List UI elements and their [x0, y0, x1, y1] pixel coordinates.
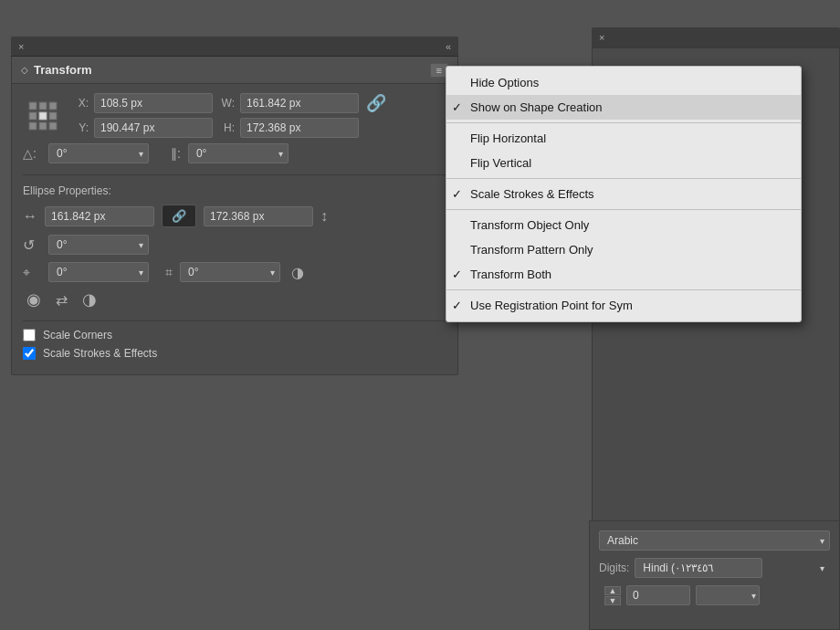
svg-rect-0: [29, 102, 37, 110]
menu-item-scale-strokes-text: Scale Strokes & Effects: [470, 187, 594, 201]
y-input[interactable]: [94, 118, 213, 138]
w-input[interactable]: [240, 93, 359, 113]
number-down-button[interactable]: ▼: [604, 596, 621, 605]
number-format-select[interactable]: [696, 585, 760, 605]
corner-full-icon[interactable]: ◉: [26, 289, 41, 310]
x-label: X:: [72, 97, 89, 110]
ellipse-height-input[interactable]: [204, 206, 313, 226]
number-up-button[interactable]: ▲: [604, 586, 621, 595]
menu-item-flip-horizontal[interactable]: Flip Horizontal: [446, 126, 801, 151]
panel-diamond-icon: ◇: [21, 65, 28, 75]
panel-title: Transform: [34, 63, 92, 77]
svg-rect-6: [29, 122, 37, 130]
h-input[interactable]: [240, 118, 359, 138]
language-panel: Arabic ▾ Digits: Hindi (٠١٢٣٤٥٦ ▾ ⁦⁩ ▲ ▼…: [589, 520, 840, 630]
scale-strokes-label: Scale Strokes & Effects: [43, 347, 157, 360]
x-input[interactable]: [94, 93, 213, 113]
pie-start-icon: ⌖: [23, 265, 41, 280]
h-label: H:: [218, 121, 235, 134]
width-icon: ↔: [23, 208, 37, 225]
scale-strokes-checkbox[interactable]: [23, 347, 36, 360]
language-select[interactable]: Arabic: [599, 530, 830, 551]
menu-item-flip-horizontal-text: Flip Horizontal: [470, 131, 546, 145]
menu-item-transform-both[interactable]: ✓ Transform Both: [446, 262, 801, 287]
menu-item-use-registration-text: Use Registration Point for Sym: [470, 299, 633, 312]
ellipse-section-label: Ellipse Properties:: [23, 184, 446, 197]
svg-rect-4: [39, 112, 47, 120]
swap-icon[interactable]: ⇄: [56, 291, 68, 309]
digits-select[interactable]: Hindi (٠١٢٣٤٥٦: [635, 558, 762, 578]
w-label: W:: [218, 97, 235, 110]
menu-item-transform-pattern[interactable]: Transform Pattern Only: [446, 237, 801, 262]
svg-rect-7: [39, 122, 47, 130]
svg-rect-2: [49, 102, 57, 110]
menu-item-flip-vertical[interactable]: Flip Vertical: [446, 151, 801, 175]
scale-strokes-row: Scale Strokes & Effects: [23, 347, 446, 360]
invert-icon[interactable]: ◑: [291, 264, 304, 281]
angle-select[interactable]: 0° 45° 90° 180°: [48, 143, 149, 163]
height-icon: ↕: [320, 208, 328, 225]
menu-item-transform-pattern-text: Transform Pattern Only: [470, 243, 593, 257]
pie-end-select[interactable]: 0°: [180, 262, 280, 282]
menu-item-transform-object[interactable]: Transform Object Only: [446, 213, 801, 237]
scale-corners-checkbox[interactable]: [23, 329, 36, 341]
ellipse-width-input[interactable]: [45, 206, 154, 226]
no-link-icon[interactable]: 🔗: [366, 93, 386, 113]
panel-close-button[interactable]: ×: [18, 41, 24, 52]
pie-start-select[interactable]: 0°: [48, 262, 149, 282]
rotation-icon: ↺: [23, 236, 41, 254]
shear-icon: ∥:: [171, 146, 181, 161]
pie-end-icon: ⌗: [165, 265, 173, 280]
menu-item-flip-vertical-text: Flip Vertical: [470, 156, 531, 170]
menu-item-scale-strokes[interactable]: ✓ Scale Strokes & Effects: [446, 182, 801, 206]
angle-icon: △:: [23, 146, 41, 161]
menu-item-show-on-shape-text: Show on Shape Creation: [470, 100, 603, 114]
reference-grid-icon[interactable]: [23, 96, 63, 136]
digits-label: Digits:: [599, 562, 629, 574]
svg-rect-3: [29, 112, 37, 120]
menu-item-hide-options-text: Hide Options: [470, 76, 539, 89]
y-label: Y:: [72, 121, 89, 134]
svg-rect-5: [49, 112, 57, 120]
dropdown-menu: Hide Options ✓ Show on Shape Creation Fl…: [446, 66, 802, 322]
scale-corners-row: Scale Corners: [23, 329, 446, 341]
menu-item-transform-both-text: Transform Both: [470, 268, 551, 281]
svg-rect-1: [39, 102, 47, 110]
menu-item-transform-object-text: Transform Object Only: [470, 218, 589, 232]
shear-select[interactable]: 0°: [188, 143, 289, 163]
transform-panel: ◇ Transform ≡: [11, 57, 458, 375]
menu-item-show-on-shape[interactable]: ✓ Show on Shape Creation: [446, 95, 801, 120]
corner-half-icon[interactable]: ◑: [82, 289, 97, 310]
rotation-select[interactable]: 0°: [48, 235, 149, 255]
link-proportions-button[interactable]: 🔗: [162, 205, 196, 227]
number-input[interactable]: [626, 585, 690, 605]
panel-collapse-button[interactable]: «: [446, 41, 451, 52]
svg-rect-8: [49, 122, 57, 130]
menu-item-hide-options[interactable]: Hide Options: [446, 70, 801, 95]
scale-corners-label: Scale Corners: [43, 329, 112, 341]
panel-titlebar: ◇ Transform ≡: [12, 57, 457, 84]
right-panel-close[interactable]: ×: [599, 32, 604, 43]
menu-item-use-registration[interactable]: ✓ Use Registration Point for Sym: [446, 293, 801, 318]
